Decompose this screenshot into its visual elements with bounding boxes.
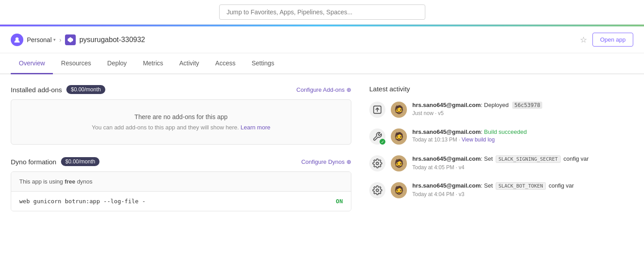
dyno-info-text2: dynos (75, 178, 92, 185)
dyno-section-header: Dyno formation $0.00/month Configure Dyn… (11, 157, 351, 166)
personal-label: Personal (27, 36, 52, 43)
addons-section-header: Installed add-ons $0.00/month Configure … (11, 85, 351, 94)
activity-build-success-label: Build succeeded (484, 128, 527, 135)
right-panel: Latest activity 🧔 hrs.sano645@gmail.com:… (369, 85, 633, 215)
learn-more-link[interactable]: Learn more (241, 124, 270, 131)
activity-time-1: Just now · v5 (412, 110, 633, 116)
global-search-input[interactable] (219, 4, 425, 20)
breadcrumb: Personal ▾ › pysurugabot-330932 (11, 34, 580, 46)
activity-content-3: hrs.sano645@gmail.com: Set SLACK_SIGNING… (412, 155, 633, 171)
activity-content-1: hrs.sano645@gmail.com: Deployed 56c53978… (412, 102, 633, 116)
dyno-command-text: web gunicorn botrun:app --log-file - (19, 198, 146, 205)
configure-dynos-circle-icon: ⊕ (346, 158, 351, 165)
left-panel: Installed add-ons $0.00/month Configure … (11, 85, 351, 215)
dyno-info-bold: free (65, 178, 75, 185)
dropdown-chevron-icon: ▾ (53, 37, 56, 42)
config-var-badge-4: SLACK_BOT_TOKEN (496, 182, 545, 190)
addons-empty-sub: You can add add-ons to this app and they… (25, 124, 337, 131)
activity-avatar-1: 🧔 (391, 102, 407, 118)
deploy-upload-icon (369, 102, 385, 118)
nav-tabs: Overview Resources Deploy Metrics Activi… (0, 53, 644, 74)
app-gem-icon (65, 34, 76, 45)
personal-breadcrumb[interactable]: Personal ▾ (27, 36, 56, 43)
top-search-bar (0, 0, 644, 25)
dyno-status-label: ON (336, 198, 343, 205)
dyno-command-row: web gunicorn botrun:app --log-file - ON (11, 192, 351, 211)
tab-access[interactable]: Access (207, 53, 243, 74)
tab-activity[interactable]: Activity (171, 53, 207, 74)
activity-user-2: hrs.sano645@gmail.com (412, 128, 481, 135)
dyno-box: This app is using free dynos web gunicor… (11, 171, 351, 211)
dyno-info-row: This app is using free dynos (11, 172, 351, 192)
dyno-title: Dyno formation $0.00/month (11, 157, 99, 166)
activity-section-title: Latest activity (369, 85, 633, 93)
activity-line1-1: hrs.sano645@gmail.com: Deployed 56c53978 (412, 102, 633, 109)
activity-action2-3: config var (563, 155, 588, 162)
activity-avatar-3: 🧔 (391, 155, 407, 171)
gear-icon-3 (369, 155, 385, 171)
open-app-button[interactable]: Open app (592, 33, 633, 47)
activity-time-3: Today at 4:05 PM · v4 (412, 164, 633, 171)
svg-point-5 (376, 189, 379, 192)
app-header: Personal ▾ › pysurugabot-330932 ☆ Open a… (0, 26, 644, 53)
activity-user-4: hrs.sano645@gmail.com (412, 182, 481, 189)
activity-avatar-4: 🧔 (391, 182, 407, 198)
dyno-title-label: Dyno formation (11, 158, 56, 166)
app-name-label: pysurugabot-330932 (79, 36, 145, 44)
activity-action2-4: config var (549, 182, 574, 189)
build-success-check: ✓ (380, 139, 385, 145)
activity-item-4: 🧔 hrs.sano645@gmail.com: Set SLACK_BOT_T… (369, 182, 633, 198)
configure-addons-circle-icon: ⊕ (346, 86, 351, 93)
activity-time-text-2: Today at 10:13 PM · (412, 137, 462, 143)
user-avatar-icon (11, 34, 23, 46)
activity-user-3: hrs.sano645@gmail.com (412, 155, 481, 162)
activity-line1-2: hrs.sano645@gmail.com: Build succeeded (412, 128, 633, 135)
activity-line1-4: hrs.sano645@gmail.com: Set SLACK_BOT_TOK… (412, 182, 633, 190)
activity-action-3: Set (484, 155, 493, 162)
addons-empty-box: There are no add-ons for this app You ca… (11, 99, 351, 145)
activity-user-1: hrs.sano645@gmail.com (412, 102, 481, 108)
tab-deploy[interactable]: Deploy (99, 53, 135, 74)
tab-resources[interactable]: Resources (53, 53, 99, 74)
tab-settings[interactable]: Settings (243, 53, 282, 74)
addons-cost-badge: $0.00/month (66, 85, 105, 94)
activity-action-4: Set (484, 182, 493, 189)
favorite-star-button[interactable]: ☆ (580, 35, 587, 45)
configure-dynos-label: Configure Dynos (301, 158, 345, 165)
addons-title-label: Installed add-ons (11, 86, 62, 94)
configure-addons-link[interactable]: Configure Add-ons ⊕ (296, 86, 351, 93)
configure-dynos-link[interactable]: Configure Dynos ⊕ (301, 158, 351, 165)
activity-line1-3: hrs.sano645@gmail.com: Set SLACK_SIGNING… (412, 155, 633, 163)
view-build-log-link[interactable]: View build log (462, 137, 495, 143)
svg-point-4 (376, 162, 379, 165)
dyno-cost-badge: $0.00/month (61, 157, 100, 166)
activity-time-4: Today at 4:04 PM · v3 (412, 191, 633, 197)
configure-addons-label: Configure Add-ons (296, 86, 345, 93)
main-content: Installed add-ons $0.00/month Configure … (0, 74, 644, 226)
commit-badge-1: 56c53978 (512, 102, 543, 109)
activity-item-2: ✓ 🧔 hrs.sano645@gmail.com: Build succeed… (369, 128, 633, 145)
dyno-info-text1: This app is using (19, 178, 65, 185)
svg-marker-1 (68, 37, 73, 43)
addons-empty-title: There are no add-ons for this app (25, 113, 337, 120)
activity-content-2: hrs.sano645@gmail.com: Build succeeded T… (412, 128, 633, 143)
activity-item-3: 🧔 hrs.sano645@gmail.com: Set SLACK_SIGNI… (369, 155, 633, 171)
gear-icon-4 (369, 182, 385, 198)
header-actions: ☆ Open app (580, 33, 633, 47)
build-icon: ✓ (369, 128, 385, 145)
tab-overview[interactable]: Overview (11, 53, 53, 74)
activity-time-2: Today at 10:13 PM · View build log (412, 137, 633, 143)
breadcrumb-separator: › (59, 36, 61, 43)
tab-metrics[interactable]: Metrics (135, 53, 171, 74)
activity-content-4: hrs.sano645@gmail.com: Set SLACK_BOT_TOK… (412, 182, 633, 197)
activity-item-1: 🧔 hrs.sano645@gmail.com: Deployed 56c539… (369, 102, 633, 118)
activity-action-1: Deployed (484, 102, 509, 108)
config-var-badge-3: SLACK_SIGNING_SECRET (496, 155, 560, 163)
activity-avatar-2: 🧔 (391, 128, 407, 145)
addons-empty-sub-text: You can add add-ons to this app and they… (92, 124, 239, 131)
addons-title: Installed add-ons $0.00/month (11, 85, 105, 94)
